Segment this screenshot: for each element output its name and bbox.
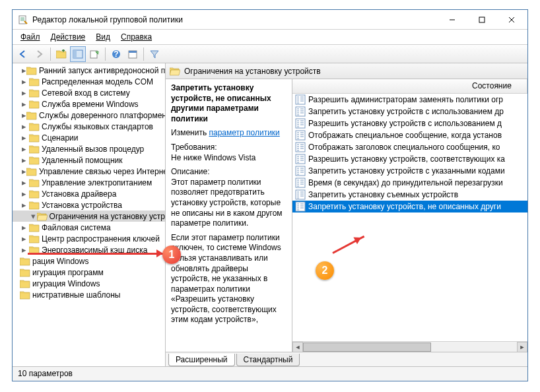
list-item[interactable]: Запретить установку устройств с указанны… — [292, 165, 527, 177]
folder-icon — [29, 201, 40, 210]
expand-icon[interactable]: ▸ — [22, 201, 29, 209]
right-panel: Ограничения на установку устройств Запре… — [166, 63, 527, 366]
expand-icon[interactable]: ▸ — [22, 123, 29, 130]
list-item[interactable]: Отображать заголовок специального сообще… — [292, 141, 527, 153]
expand-icon[interactable]: ▸ — [22, 190, 29, 197]
tree-item[interactable]: нистративные шаблоны — [13, 289, 165, 300]
expand-icon[interactable]: ▸ — [22, 156, 29, 164]
tree-item[interactable]: ▸Установка устройства — [13, 199, 165, 211]
window-title: Редактор локальной групповой политики — [32, 15, 437, 24]
tree-item[interactable]: ▸Удаленный вызов процедур — [13, 143, 165, 154]
policy-icon — [295, 106, 306, 117]
expand-icon[interactable]: ▸ — [22, 78, 29, 85]
list-item[interactable]: Запретить установку устройств, не описан… — [292, 201, 527, 212]
expand-icon[interactable]: ▸ — [22, 145, 29, 152]
tree-item[interactable]: игурация программ — [13, 267, 165, 278]
expand-icon[interactable]: ▾ — [31, 212, 37, 220]
tree-item[interactable]: ▸Сценарии — [13, 132, 165, 143]
list-item[interactable]: Разрешить установку устройств с использо… — [292, 117, 527, 129]
menu-file[interactable]: Файл — [17, 31, 44, 43]
tree-item-label: нистративные шаблоны — [32, 290, 120, 300]
tree-item-label: Установка драйвера — [42, 189, 116, 199]
close-button[interactable] — [496, 10, 526, 29]
list-item[interactable]: Запретить установку устройств с использо… — [292, 106, 527, 117]
expand-icon[interactable]: ▸ — [22, 168, 26, 175]
expand-icon[interactable]: ▸ — [22, 179, 29, 186]
annotation-badge-2: 2 — [316, 261, 334, 280]
folder-icon — [29, 133, 40, 143]
list-item[interactable]: Отображать специальное сообщение, когда … — [292, 129, 527, 141]
maximize-button[interactable] — [467, 10, 496, 29]
folder-icon — [29, 100, 40, 109]
list-item[interactable]: Запретить установку съемных устройств — [292, 189, 527, 201]
menu-view[interactable]: Вид — [92, 31, 114, 43]
tree-item[interactable]: ▸Службы языковых стандартов — [13, 121, 165, 132]
tree-panel[interactable]: ▸Ранний запуск антивредоносной п▸Распред… — [13, 63, 166, 366]
list-item[interactable]: Разрешить администраторам заменять полит… — [292, 94, 527, 106]
filter-button[interactable] — [147, 46, 162, 62]
tree-item-label: рация Windows — [32, 257, 88, 266]
tree-item[interactable]: ▸Установка драйвера — [13, 188, 165, 199]
expand-icon[interactable]: ▸ — [22, 100, 29, 108]
expand-icon[interactable]: ▸ — [22, 235, 29, 242]
policy-icon — [295, 142, 306, 152]
policy-list: Состояние Разрешить администраторам заме… — [292, 79, 527, 352]
content: ▸Ранний запуск антивредоносной п▸Распред… — [13, 63, 527, 366]
tree-item[interactable]: ▸Службы доверенного платформен — [13, 110, 165, 121]
scroll-right-button[interactable]: ► — [517, 342, 527, 352]
list-item[interactable]: Время (в секундах) до принудительной пер… — [292, 177, 527, 189]
scroll-left-button[interactable]: ◄ — [292, 342, 303, 352]
svg-rect-22 — [129, 51, 137, 53]
expand-icon[interactable]: ▸ — [22, 67, 26, 74]
list-item-label: Разрешить установку устройств с использо… — [308, 119, 502, 128]
horizontal-scrollbar[interactable]: ◄ ► — [292, 341, 527, 352]
toolbar: ? — [13, 45, 527, 63]
tree-item[interactable]: ▸Управление электропитанием — [13, 177, 165, 188]
list-item[interactable]: Разрешить установку устройств, соответст… — [292, 153, 527, 165]
policy-icon — [295, 178, 306, 188]
menu-action[interactable]: Действие — [47, 31, 90, 43]
tree-item[interactable]: ▸Управление связью через Интерне — [13, 166, 165, 177]
tree-item[interactable]: игурация Windows — [13, 278, 165, 289]
up-button[interactable] — [53, 46, 69, 62]
tree-item[interactable]: ▸Удаленный помощник — [13, 154, 165, 166]
tab-extended[interactable]: Расширенный — [168, 354, 235, 366]
tree-item[interactable]: ▸Ранний запуск антивредоносной п — [13, 65, 165, 76]
list-item-label: Запретить установку устройств с использо… — [308, 107, 504, 116]
expand-icon[interactable]: ▸ — [22, 224, 29, 231]
tree-item[interactable]: ▸Распределенная модель COM — [13, 76, 165, 87]
folder-icon — [20, 279, 30, 288]
tree-item[interactable]: ▸Файловая система — [13, 222, 165, 233]
svg-rect-17 — [73, 50, 77, 58]
expand-icon[interactable]: ▸ — [22, 134, 29, 141]
folder-icon — [29, 145, 40, 154]
export-button[interactable] — [86, 46, 102, 62]
tree-item[interactable]: ▸Сетевой вход в систему — [13, 87, 165, 98]
tree-item[interactable]: ▾Ограничения на установку устр — [13, 211, 165, 222]
expand-icon[interactable]: ▸ — [22, 89, 29, 96]
col-state[interactable]: Состояние — [468, 79, 527, 93]
back-button[interactable] — [15, 46, 31, 62]
tree-item-label: Распределенная модель COM — [42, 77, 153, 86]
folder-icon — [26, 111, 37, 120]
change-policy-link[interactable]: параметр политики — [209, 128, 279, 137]
tab-standard[interactable]: Стандартный — [236, 354, 300, 366]
properties-button[interactable] — [125, 46, 141, 62]
folder-icon — [29, 223, 40, 232]
tree-item[interactable]: ▸Служба времени Windows — [13, 98, 165, 110]
list-body[interactable]: Разрешить администраторам заменять полит… — [292, 94, 527, 341]
tree-item[interactable]: ▸Центр распространения ключей — [13, 233, 165, 244]
forward-button[interactable] — [32, 46, 48, 62]
folder-icon — [29, 178, 40, 187]
menu-help[interactable]: Справка — [117, 31, 156, 43]
scroll-thumb[interactable] — [303, 343, 431, 352]
expand-icon[interactable]: ▸ — [22, 112, 26, 119]
minimize-button[interactable] — [437, 10, 467, 29]
view-tabs: Расширенный Стандартный — [166, 352, 527, 366]
tree-item[interactable]: рация Windows — [13, 255, 165, 267]
policy-icon — [295, 118, 306, 129]
help-button[interactable]: ? — [108, 46, 124, 62]
folder-icon — [26, 167, 37, 176]
tree-item-label: Ограничения на установку устр — [50, 212, 165, 221]
show-hide-tree-button[interactable] — [70, 46, 86, 62]
